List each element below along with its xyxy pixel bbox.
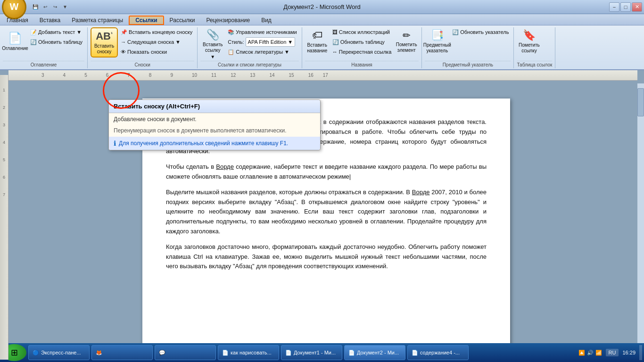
citation-arrow: ▼: [210, 54, 215, 59]
taskbar-icon-app1: 💬: [159, 350, 165, 356]
taskbar-right: 🔼 🔊 📶 RU 16:29: [578, 345, 642, 360]
language-button[interactable]: RU: [606, 349, 619, 356]
update-toc-button[interactable]: 🔄 Обновить таблицу: [28, 37, 84, 47]
insert-citation-button[interactable]: 📎 Вставитьссылку ▼: [200, 27, 225, 61]
update-table2-button[interactable]: 🔄 Обновить таблицу: [330, 37, 394, 47]
table-of-figures-button[interactable]: 🖼 Список иллюстраций: [330, 27, 394, 37]
tooltip-help-text: Для получения дополнительных сведений на…: [119, 140, 288, 147]
update-index-button[interactable]: 🔄 Обновить указатель: [450, 27, 511, 37]
insert-footnote-button[interactable]: AB¹ Вставитьсноску: [91, 27, 118, 58]
add-text-label: Добавить текст: [38, 29, 75, 35]
ribbon-content: 📄 Оглавление 📝 Добавить текст ▼ 🔄 Обнови…: [0, 25, 644, 69]
index-icon: 📑: [431, 29, 444, 41]
taskbar-label-doc1: Документ1 - Ми...: [294, 350, 336, 355]
taskbar-item-panel[interactable]: 🔵 Экспресс-пане...: [28, 345, 90, 360]
bib-arrow: ▼: [284, 49, 289, 55]
tof-icon: 🖼: [332, 29, 338, 35]
add-text-button[interactable]: 📝 Добавить текст ▼: [28, 27, 84, 37]
caption-label: Вставитьназвание: [307, 42, 327, 54]
tab-insert[interactable]: Вставка: [34, 16, 66, 25]
tooltip-title: Вставить сноску (Alt+Ctrl+F): [109, 100, 320, 113]
upd-idx-label: Обновить указатель: [460, 29, 509, 35]
ribbon: Главная Вставка Разметка страницы Ссылки…: [0, 14, 644, 70]
upd2-label: Обновить таблицу: [340, 39, 385, 45]
bib-label: Список литературы: [236, 49, 283, 55]
taskbar-icon-doc1: 📄: [285, 350, 292, 356]
index-group-label: Предметный указатель: [425, 61, 511, 68]
scroll-thumb[interactable]: [637, 88, 644, 116]
taskbar-item-doc2[interactable]: 📄 Документ2 - Ми...: [344, 345, 405, 360]
insert-endnote-button[interactable]: 📌 Вставить концевую сноску: [119, 27, 194, 37]
minimize-button[interactable]: −: [609, 2, 619, 12]
manage-src-icon: 📚: [228, 29, 234, 35]
update-toc-label: Обновить таблицу: [38, 39, 83, 45]
insert-caption-button[interactable]: 🏷 Вставитьназвание: [305, 27, 330, 56]
underline-word-4: Ворде: [412, 189, 430, 196]
taskbar-item-firefox[interactable]: 🦊: [91, 345, 153, 360]
tab-review[interactable]: Рецензирование: [200, 16, 256, 25]
restore-button[interactable]: □: [620, 2, 631, 12]
taskbar-item-doc1[interactable]: 📄 Документ1 - Ми...: [281, 345, 342, 360]
tof-label: Список иллюстраций: [339, 29, 390, 35]
page-scroll-area[interactable]: В книгах, брошюрах, буклетах, студенческ…: [8, 75, 644, 360]
show-notes-icon: 👁: [121, 49, 126, 55]
bibliography-button[interactable]: 📋 Список литературы ▼: [226, 47, 298, 57]
close-button[interactable]: ✕: [632, 2, 642, 12]
save-quick-btn[interactable]: 💾: [31, 3, 40, 11]
taskbar-icon-firefox: 🦊: [96, 350, 102, 356]
style-value: APA Fifth Edition: [248, 39, 287, 45]
taskbar-item-draw[interactable]: 📄 как нарисовать...: [218, 345, 279, 360]
tray-icon-2: 🔊: [587, 350, 594, 356]
mark-entry-icon: ✏: [403, 30, 411, 41]
tab-view[interactable]: Вид: [256, 16, 277, 25]
group-toa: 🔖 Пометить ссылку Таблица ссылок: [515, 27, 555, 68]
insert-footnote-label: Вставитьсноску: [94, 43, 114, 55]
tab-home[interactable]: Главная: [1, 16, 34, 25]
index-small-group: 🔄 Обновить указатель: [450, 27, 511, 37]
taskbar-item-app1[interactable]: 💬: [155, 345, 216, 360]
mark-entry-label: Пометить элемент: [395, 42, 418, 53]
taskbar-label-doc3: содержание4 -...: [420, 350, 460, 355]
more-quick-btn[interactable]: ▼: [61, 3, 69, 11]
citation-icon: 📎: [206, 29, 219, 41]
clock-time: 16:29: [622, 350, 636, 355]
show-desktop-button[interactable]: [639, 345, 642, 360]
redo-quick-btn[interactable]: ↪: [51, 3, 59, 11]
cross-reference-button[interactable]: ↔ Перекрестная ссылка: [330, 47, 394, 57]
add-text-icon: 📝: [30, 29, 37, 35]
tooltip-popup: Вставить сноску (Alt+Ctrl+F) Добавление …: [108, 99, 321, 150]
tab-pagelayout[interactable]: Разметка страницы: [66, 16, 129, 25]
help-icon: ℹ: [114, 140, 116, 147]
tray-icon-1: 🔼: [578, 350, 585, 356]
cite-icon: 🔖: [523, 29, 536, 41]
upd-idx-icon: 🔄: [452, 29, 459, 35]
insert-endnote-label: Вставить концевую сноску: [129, 29, 192, 35]
upd2-icon: 🔄: [332, 39, 339, 45]
mark-entry-button[interactable]: ✏ Пометить элемент: [394, 27, 419, 56]
tab-references[interactable]: Ссылки: [129, 16, 164, 25]
index-label: Предметный указатель: [423, 42, 451, 54]
taskbar-item-doc3[interactable]: 📄 содержание4 -...: [407, 345, 469, 360]
toc-button[interactable]: 📄 Оглавление: [3, 27, 27, 56]
taskbar-clock: 16:29: [622, 350, 636, 355]
tooltip-help: ℹ Для получения дополнительных сведений …: [109, 137, 320, 150]
style-dropdown[interactable]: APA Fifth Edition ▼: [246, 37, 296, 47]
group-toc: 📄 Оглавление 📝 Добавить текст ▼ 🔄 Обнови…: [1, 27, 88, 68]
next-footnote-button[interactable]: → Следующая сноска ▼: [119, 37, 194, 47]
show-notes-button[interactable]: 👁 Показать сноски: [119, 47, 194, 57]
undo-quick-btn[interactable]: ↩: [41, 3, 50, 11]
index-button[interactable]: 📑 Предметный указатель: [425, 27, 449, 56]
next-fn-label: Следующая сноска: [127, 39, 174, 45]
tab-mailings[interactable]: Рассылки: [164, 16, 201, 25]
manage-src-label: Управление источниками: [236, 29, 297, 35]
caption-icon: 🏷: [312, 29, 322, 41]
show-notes-label: Показать сноски: [127, 49, 167, 55]
manage-sources-button[interactable]: 📚 Управление источниками: [226, 27, 298, 37]
tooltip-description: Добавление сноски в документ.: [109, 113, 320, 125]
cite-label: Пометить ссылку: [518, 42, 540, 54]
style-selector[interactable]: Стиль: APA Fifth Edition ▼: [226, 37, 298, 47]
ribbon-tabs: Главная Вставка Разметка страницы Ссылки…: [0, 14, 644, 25]
mark-citation-button[interactable]: 🔖 Пометить ссылку: [517, 27, 541, 56]
scrollbar-vertical[interactable]: [637, 83, 644, 362]
add-text-arrow: ▼: [76, 29, 82, 35]
